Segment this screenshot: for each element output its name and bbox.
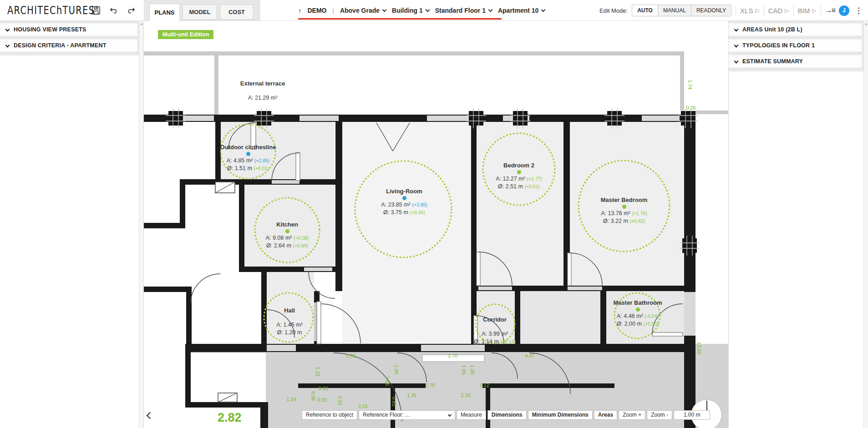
tab-cost[interactable]: COST <box>220 5 254 20</box>
room-area: A: 4.46 m² (-0.04) <box>588 312 688 320</box>
breadcrumb-project[interactable]: DEMO <box>308 7 327 14</box>
room-name: Outdoor clothesline <box>198 144 298 151</box>
section-design-criteria[interactable]: DESIGN CRITERIA - APARTMENT <box>0 39 138 52</box>
avatar[interactable]: J <box>839 5 849 16</box>
level-up-icon[interactable]: ↑ <box>298 7 302 15</box>
room-center-dot[interactable] <box>517 170 521 174</box>
room-label[interactable]: Outdoor clotheslineA: 4.85 m² (+2.85)Ø: … <box>198 144 298 172</box>
chevron-down-icon <box>382 7 387 12</box>
room-label[interactable]: External terraceA: 21.29 m² <box>213 80 313 102</box>
bottom-toolbar: Reference to object Reference Floor: ...… <box>302 410 710 420</box>
room-label[interactable]: Living-RoomA: 23.85 m² (+3.85)Ø: 3.75 m … <box>354 188 454 217</box>
measure-button[interactable]: Measure <box>457 410 486 420</box>
room-center-dot[interactable] <box>402 196 406 200</box>
room-name: Kitchen <box>237 221 337 228</box>
chevron-down-icon <box>734 43 739 47</box>
export-xls-button[interactable]: XLS▷ <box>740 7 760 15</box>
zoom-in-button[interactable]: Zoom + <box>619 410 645 420</box>
room-label[interactable]: CorridorA: 3.99 m²Ø: 1.14 m (+0.14) <box>445 316 545 346</box>
section-typologies[interactable]: TYPOLOGIES IN FLOOR 1 <box>729 39 863 52</box>
breadcrumb-level-apartment[interactable]: Apartment 10 <box>498 7 545 14</box>
breadcrumb-level-building[interactable]: Building 1 <box>392 7 429 14</box>
room-diameter: Ø: 1.20 m <box>239 329 340 337</box>
edit-mode-label: Edit Mode: <box>599 7 628 14</box>
section-areas-unit[interactable]: AREAS Unit 10 (2B L) <box>729 23 863 36</box>
room-center-dot[interactable] <box>285 229 289 233</box>
divider <box>736 5 736 16</box>
section-title: HOUSING VIEW PRESETS <box>14 26 86 33</box>
section-title: DESIGN CRITERIA - APARTMENT <box>14 42 107 49</box>
room-diameter: Ø: 3.75 m (+0.45) <box>354 209 454 217</box>
divider <box>821 5 821 16</box>
divider <box>793 5 794 16</box>
room-label[interactable]: Bedroom 2A: 12.27 m² (+1.77)Ø: 2.51 m (+… <box>469 162 569 191</box>
room-area: A: 21.29 m² <box>213 94 313 102</box>
room-diameter: Ø: 1.51 m (+0.01) <box>198 165 298 172</box>
room-name: Master Bathroom <box>588 299 688 306</box>
section-title: ESTIMATE SUMMARY <box>742 58 803 65</box>
room-center-dot[interactable] <box>246 152 250 156</box>
save-icon[interactable] <box>91 5 101 15</box>
room-diameter: Ø: 3.22 m (+0.62) <box>574 217 674 225</box>
room-name: External terrace <box>213 80 313 87</box>
room-label[interactable]: Master BedroomA: 13.76 m² (+1.76)Ø: 3.22… <box>574 196 674 225</box>
chevron-down-icon <box>488 7 492 12</box>
room-diameter: Ø: 1.14 m (+0.14) <box>445 338 545 346</box>
room-center-dot[interactable] <box>636 307 640 312</box>
play-icon: ▷ <box>785 7 789 14</box>
collapse-panel-icon[interactable]: →≡ <box>825 6 835 15</box>
breadcrumb-underline <box>298 18 502 20</box>
scroll-up-icon <box>865 23 868 25</box>
edit-mode-manual-button[interactable]: MANUAL <box>658 5 691 16</box>
room-label[interactable]: HallA: 1.45 m²Ø: 1.20 m <box>239 307 340 337</box>
tab-plans[interactable]: PLANS <box>149 4 180 21</box>
undo-icon[interactable] <box>109 5 119 15</box>
room-center-dot[interactable] <box>622 205 626 209</box>
room-name: Master Bedroom <box>574 196 674 203</box>
chevron-down-icon <box>541 7 546 12</box>
right-sidebar: AREAS Unit 10 (2B L) TYPOLOGIES IN FLOOR… <box>728 21 868 428</box>
export-bim-button[interactable]: BIM▷ <box>798 7 817 15</box>
reference-floor-select[interactable]: Reference Floor: ... <box>359 410 455 420</box>
minimum-dimensions-toggle[interactable]: Minimum Dimensions <box>528 410 593 420</box>
room-diameter: Ø: 2.64 m (+0.84) <box>237 242 337 250</box>
areas-toggle[interactable]: Areas <box>594 410 617 420</box>
chevron-down-icon <box>734 27 739 31</box>
room-area: A: 23.85 m² (+3.85) <box>354 201 454 209</box>
section-title: TYPOLOGIES IN FLOOR 1 <box>742 42 815 49</box>
chevron-down-icon <box>5 43 10 47</box>
zoom-out-button[interactable]: Zoom - <box>647 410 672 420</box>
scale-input[interactable]: 1.00 m <box>674 410 710 420</box>
scrollbar[interactable] <box>139 21 143 428</box>
play-icon: ▷ <box>812 7 816 14</box>
room-area: A: 9.08 m² (+0.08) <box>237 234 337 242</box>
redo-icon[interactable] <box>126 5 136 15</box>
chevron-down-icon <box>734 59 739 63</box>
tab-model[interactable]: MODEL <box>183 5 217 20</box>
kebab-menu-icon[interactable]: ⋮ <box>853 6 864 15</box>
reference-to-object-button[interactable]: Reference to object <box>302 410 357 420</box>
breadcrumb-level-floor[interactable]: Standard Floor 1 <box>435 7 492 14</box>
export-cad-button[interactable]: CAD▷ <box>768 7 789 15</box>
left-sidebar: HOUSING VIEW PRESETS DESIGN CRITERIA - A… <box>0 21 144 428</box>
room-label[interactable]: KitchenA: 9.08 m² (+0.08)Ø: 2.64 m (+0.8… <box>237 221 337 250</box>
section-housing-view-presets[interactable]: HOUSING VIEW PRESETS <box>0 23 138 36</box>
room-diameter: Ø: 2.00 m (+0.50) <box>588 320 688 328</box>
room-name: Bedroom 2 <box>469 162 569 169</box>
scrollbar[interactable] <box>863 21 868 428</box>
edition-badge: Multi-unit Edition <box>158 30 213 39</box>
edit-mode-auto-button[interactable]: AUTO <box>632 5 658 16</box>
scroll-up-icon <box>140 23 143 25</box>
section-estimate-summary[interactable]: ESTIMATE SUMMARY <box>729 55 863 68</box>
room-name: Living-Room <box>354 188 454 195</box>
room-label[interactable]: Master BathroomA: 4.46 m² (-0.04)Ø: 2.00… <box>588 299 688 328</box>
top-bar: ARCHITEChTURES® PLANS MODEL COST ↑ DEMO … <box>0 0 868 21</box>
chevron-down-icon <box>5 27 10 31</box>
divider <box>764 5 764 16</box>
breadcrumb-level-grade[interactable]: Above Grade <box>340 7 386 14</box>
room-diameter: Ø: 2.51 m (+0.01) <box>469 183 569 191</box>
dimension-label-large: 2.82 <box>218 411 242 425</box>
edit-mode-readonly-button[interactable]: READONLY <box>691 5 731 16</box>
dimensions-toggle[interactable]: Dimensions <box>487 410 527 420</box>
room-area: A: 13.76 m² (+1.76) <box>574 210 674 217</box>
